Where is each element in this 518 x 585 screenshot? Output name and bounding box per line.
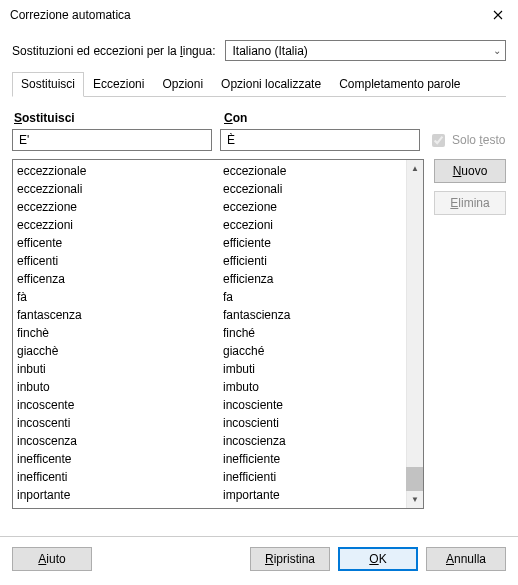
titlebar: Correzione automatica <box>0 0 518 30</box>
list-item[interactable]: incoscienti <box>223 414 423 432</box>
scroll-down-icon[interactable]: ▼ <box>407 491 423 508</box>
list-item[interactable]: efficiente <box>223 234 423 252</box>
tab[interactable]: Sostituisci <box>12 72 84 97</box>
scrollbar-thumb[interactable] <box>406 467 423 491</box>
list-item[interactable]: finché <box>223 324 423 342</box>
tab-bar: SostituisciEccezioniOpzioniOpzioni local… <box>12 71 506 97</box>
text-only-checkbox: Solo testo <box>428 131 505 150</box>
close-icon <box>493 10 503 20</box>
list-item[interactable]: eccezzionale <box>17 162 219 180</box>
list-item[interactable]: eccezionale <box>223 162 423 180</box>
list-item[interactable]: incoscienza <box>223 432 423 450</box>
list-item[interactable]: fà <box>17 288 219 306</box>
list-item[interactable]: importante <box>223 486 423 504</box>
list-item[interactable]: inportante <box>17 486 219 504</box>
delete-button: Elimina <box>434 191 506 215</box>
list-item[interactable]: eccezione <box>223 198 423 216</box>
replace-input[interactable] <box>12 129 212 151</box>
tab[interactable]: Eccezioni <box>84 72 153 97</box>
help-button[interactable]: Aiuto <box>12 547 92 571</box>
list-item[interactable]: fantascenza <box>17 306 219 324</box>
list-item[interactable]: giacché <box>223 342 423 360</box>
chevron-down-icon: ⌄ <box>493 45 501 56</box>
list-item[interactable]: inbuto <box>17 378 219 396</box>
reset-button[interactable]: Ripristina <box>250 547 330 571</box>
list-item[interactable]: incoscenti <box>17 414 219 432</box>
list-item[interactable]: inefficiente <box>223 450 423 468</box>
list-item[interactable]: efficenti <box>17 252 219 270</box>
list-item[interactable]: fa <box>223 288 423 306</box>
list-item[interactable]: inbuti <box>17 360 219 378</box>
language-value: Italiano (Italia) <box>232 44 307 58</box>
scroll-up-icon[interactable]: ▲ <box>407 160 423 177</box>
list-item[interactable]: inefficente <box>17 450 219 468</box>
replacement-list[interactable]: eccezzionaleeccezzionalieccezzioneeccezz… <box>12 159 424 509</box>
list-item[interactable]: eccezzionali <box>17 180 219 198</box>
list-item[interactable]: incosciente <box>223 396 423 414</box>
window-title: Correzione automatica <box>10 8 478 22</box>
list-item[interactable]: efficenza <box>17 270 219 288</box>
list-item[interactable]: efficienza <box>223 270 423 288</box>
list-item[interactable]: eccezzioni <box>17 216 219 234</box>
list-item[interactable]: finchè <box>17 324 219 342</box>
list-item[interactable]: eccezzione <box>17 198 219 216</box>
text-only-checkbox-input <box>432 134 445 147</box>
list-item[interactable]: efficienti <box>223 252 423 270</box>
list-item[interactable]: inefficenti <box>17 468 219 486</box>
column-header-replace: Sostituisci <box>12 111 222 125</box>
list-item[interactable]: incoscente <box>17 396 219 414</box>
list-item[interactable]: fantascienza <box>223 306 423 324</box>
list-item[interactable]: imbuti <box>223 360 423 378</box>
tab[interactable]: Opzioni localizzate <box>212 72 330 97</box>
tab[interactable]: Completamento parole <box>330 72 469 97</box>
close-button[interactable] <box>478 0 518 30</box>
list-item[interactable]: eccezionali <box>223 180 423 198</box>
language-select[interactable]: Italiano (Italia) ⌄ <box>225 40 506 61</box>
list-item[interactable]: giacchè <box>17 342 219 360</box>
language-label: Sostituzioni ed eccezioni per la lingua: <box>12 44 215 58</box>
tab[interactable]: Opzioni <box>153 72 212 97</box>
list-item[interactable]: imbuto <box>223 378 423 396</box>
scrollbar[interactable]: ▲ ▼ <box>406 160 423 508</box>
ok-button[interactable]: OK <box>338 547 418 571</box>
with-input[interactable] <box>220 129 420 151</box>
list-item[interactable]: incoscenza <box>17 432 219 450</box>
list-item[interactable]: inefficienti <box>223 468 423 486</box>
list-item[interactable]: efficente <box>17 234 219 252</box>
list-item[interactable]: eccezioni <box>223 216 423 234</box>
cancel-button[interactable]: Annulla <box>426 547 506 571</box>
column-header-with: Con <box>222 111 506 125</box>
new-button[interactable]: Nuovo <box>434 159 506 183</box>
